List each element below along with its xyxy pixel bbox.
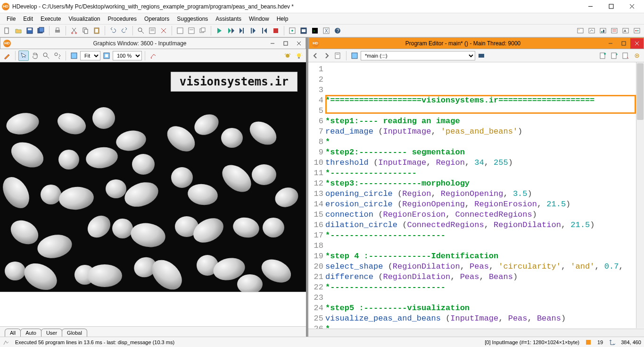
assistant-matching-button[interactable] <box>598 25 608 36</box>
new-file-button[interactable] <box>2 25 12 36</box>
window-minimize-button[interactable] <box>580 0 601 13</box>
window-1-button[interactable] <box>175 25 185 36</box>
open-procedure-button[interactable] <box>333 51 343 61</box>
window-close-button[interactable] <box>621 0 642 13</box>
assistant-ocr-button[interactable]: A <box>620 25 631 36</box>
scrollbar-thumb[interactable] <box>637 63 644 120</box>
copy-button[interactable] <box>80 25 91 36</box>
image-fit-button[interactable] <box>69 51 79 61</box>
window-2-button[interactable] <box>186 25 197 36</box>
print-button[interactable] <box>52 25 63 36</box>
run-button[interactable] <box>214 25 224 36</box>
draw-button[interactable] <box>2 51 12 61</box>
fit-combo[interactable]: Fit <box>80 51 100 60</box>
assistant-calibration-button[interactable] <box>586 25 597 36</box>
svg-point-17 <box>138 28 142 32</box>
terminal-button[interactable]: > <box>310 25 320 36</box>
zoom-button[interactable] <box>41 51 51 61</box>
menu-suggestions[interactable]: Suggestions <box>173 15 212 23</box>
menu-assistants[interactable]: Assistants <box>212 15 245 23</box>
help-button[interactable]: ? <box>332 25 343 36</box>
open-file-button[interactable] <box>13 25 24 36</box>
save-all-button[interactable] <box>36 25 46 36</box>
menu-visualization[interactable]: Visualization <box>65 15 104 23</box>
new-graphics-window-button[interactable] <box>298 25 309 36</box>
assistant-measure-button[interactable] <box>609 25 619 36</box>
svg-point-42 <box>578 29 579 30</box>
nav-forward-button[interactable] <box>322 51 332 61</box>
graphics-image-area[interactable]: visionsystems.ir <box>0 62 306 292</box>
edit-procedure-button[interactable] <box>598 51 608 61</box>
menu-edit[interactable]: Edit <box>19 15 37 23</box>
horizontal-scrollbar[interactable] <box>308 329 644 337</box>
save-button[interactable] <box>25 25 35 36</box>
lightbulb-button[interactable] <box>294 51 304 61</box>
stop-button[interactable] <box>271 25 281 36</box>
graphics-panel-titlebar: HD Graphics Window: 3600 - InputImage <box>0 37 306 49</box>
step-over-button[interactable] <box>225 25 236 36</box>
svg-rect-6 <box>28 28 32 30</box>
cut-button[interactable] <box>69 25 79 36</box>
procedure-combo[interactable]: *main (:::) <box>361 51 475 60</box>
zoom-mode-dropdown[interactable] <box>52 51 63 61</box>
tab-global[interactable]: Global <box>62 329 87 337</box>
status-coord-icon <box>609 339 615 346</box>
procedure-icon[interactable] <box>349 51 360 61</box>
pan-button[interactable] <box>30 51 40 61</box>
status-coord-text: 384, 460 <box>621 339 641 345</box>
svg-point-11 <box>72 33 73 34</box>
show-all-button[interactable] <box>476 51 487 61</box>
run-procedure-button[interactable] <box>609 51 619 61</box>
svg-point-76 <box>604 53 606 55</box>
menu-file[interactable]: File <box>3 15 19 23</box>
graphics-minimize-button[interactable] <box>266 38 279 49</box>
menu-execute[interactable]: Execute <box>37 15 65 23</box>
undo-button[interactable] <box>108 25 118 36</box>
zoom-combo[interactable]: 100 % <box>113 51 142 60</box>
window-maximize-button[interactable] <box>601 0 621 13</box>
properties-button[interactable] <box>147 25 157 36</box>
assistant-image-button[interactable] <box>575 25 586 36</box>
code-area[interactable]: *===================visionsystems.ir====… <box>325 62 644 337</box>
redo-button[interactable] <box>119 25 130 36</box>
tab-all[interactable]: All <box>5 329 21 337</box>
graphics-close-button[interactable] <box>292 38 305 49</box>
step-out-button[interactable] <box>248 25 258 36</box>
reset-program-button[interactable] <box>287 25 297 36</box>
record-button[interactable] <box>282 51 293 61</box>
paste-button[interactable] <box>91 25 102 36</box>
graphics-panel: HD Graphics Window: 3600 - InputImage Fi… <box>0 37 306 337</box>
svg-rect-16 <box>95 29 98 33</box>
variables-button[interactable]: X <box>321 25 331 36</box>
clear-window-button[interactable] <box>148 51 158 61</box>
app-logo-icon: HD <box>2 3 9 10</box>
settings-button[interactable] <box>632 51 642 61</box>
window-cascade-button[interactable] <box>198 25 208 36</box>
step-procedure-button[interactable] <box>620 51 631 61</box>
find-button[interactable] <box>136 25 146 36</box>
editor-maximize-button[interactable] <box>617 38 630 49</box>
assistant-classification-button[interactable] <box>632 25 642 36</box>
vertical-scrollbar[interactable] <box>636 62 644 328</box>
menu-procedures[interactable]: Procedures <box>104 15 140 23</box>
svg-rect-26 <box>201 28 205 32</box>
nav-back-button[interactable] <box>310 51 321 61</box>
tab-user[interactable]: User <box>41 329 62 337</box>
step-into-button[interactable] <box>237 25 247 36</box>
svg-rect-10 <box>56 28 59 30</box>
svg-rect-8 <box>39 27 44 32</box>
tab-auto[interactable]: Auto <box>20 329 41 337</box>
menu-help[interactable]: Help <box>273 15 292 23</box>
delete-button[interactable] <box>158 25 169 36</box>
step-back-button[interactable] <box>259 25 270 36</box>
editor-toolbar: *main (:::) <box>308 49 644 62</box>
graphics-maximize-button[interactable] <box>279 38 292 49</box>
menu-operators[interactable]: Operators <box>140 15 173 23</box>
code-editor[interactable]: 1234567891011121314151617181920212223242… <box>308 62 644 337</box>
editor-minimize-button[interactable] <box>604 38 617 49</box>
image-scale-button[interactable] <box>101 51 112 61</box>
pointer-button[interactable] <box>18 51 29 61</box>
line-gutter: 1234567891011121314151617181920212223242… <box>308 62 325 337</box>
editor-close-button[interactable] <box>630 38 644 49</box>
menu-window[interactable]: Window <box>245 15 273 23</box>
